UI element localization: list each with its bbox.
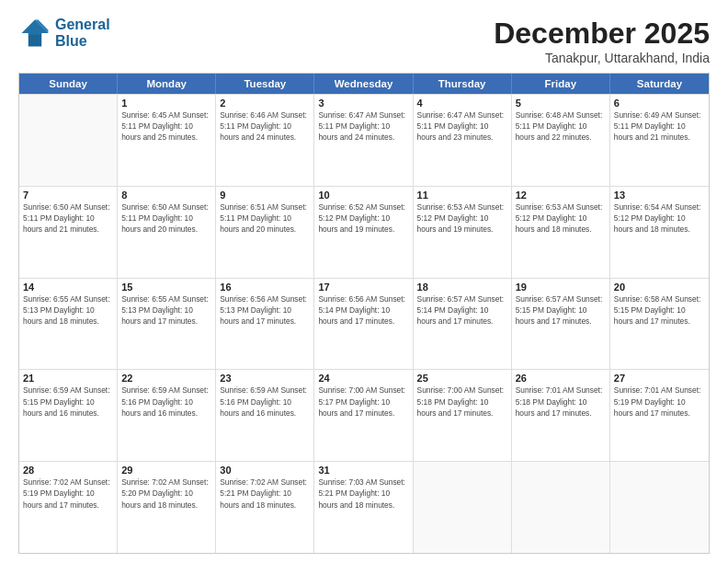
header: General Blue December 2025 Tanakpur, Utt… — [18, 17, 710, 65]
day-number: 11 — [417, 190, 507, 201]
day-number: 22 — [121, 373, 211, 384]
day-detail: Sunrise: 7:00 AM Sunset: 5:17 PM Dayligh… — [318, 385, 408, 419]
day-cell-14: 14Sunrise: 6:55 AM Sunset: 5:13 PM Dayli… — [19, 279, 118, 370]
day-cell-7: 7Sunrise: 6:50 AM Sunset: 5:11 PM Daylig… — [19, 187, 118, 278]
day-number: 9 — [220, 190, 310, 201]
day-cell-30: 30Sunrise: 7:02 AM Sunset: 5:21 PM Dayli… — [216, 462, 314, 553]
day-number: 18 — [417, 282, 507, 293]
day-cell-20: 20Sunrise: 6:58 AM Sunset: 5:15 PM Dayli… — [610, 279, 709, 370]
day-detail: Sunrise: 6:50 AM Sunset: 5:11 PM Dayligh… — [121, 201, 211, 236]
calendar: SundayMondayTuesdayWednesdayThursdayFrid… — [18, 73, 710, 554]
day-cell-12: 12Sunrise: 6:53 AM Sunset: 5:12 PM Dayli… — [512, 187, 610, 278]
logo-icon — [18, 17, 51, 50]
day-cell-21: 21Sunrise: 6:59 AM Sunset: 5:15 PM Dayli… — [19, 370, 118, 461]
day-cell-28: 28Sunrise: 7:02 AM Sunset: 5:19 PM Dayli… — [19, 462, 118, 553]
day-detail: Sunrise: 6:49 AM Sunset: 5:11 PM Dayligh… — [614, 109, 705, 144]
empty-cell — [19, 95, 118, 186]
day-cell-19: 19Sunrise: 6:57 AM Sunset: 5:15 PM Dayli… — [512, 279, 610, 370]
day-detail: Sunrise: 6:53 AM Sunset: 5:12 PM Dayligh… — [516, 201, 606, 236]
day-number: 3 — [318, 98, 408, 109]
empty-cell — [610, 462, 709, 553]
day-detail: Sunrise: 7:01 AM Sunset: 5:19 PM Dayligh… — [614, 385, 705, 419]
empty-cell — [414, 462, 512, 553]
day-cell-18: 18Sunrise: 6:57 AM Sunset: 5:14 PM Dayli… — [414, 279, 512, 370]
day-cell-3: 3Sunrise: 6:47 AM Sunset: 5:11 PM Daylig… — [314, 95, 413, 186]
day-number: 30 — [220, 465, 310, 476]
day-number: 10 — [318, 190, 408, 201]
week-row-3: 14Sunrise: 6:55 AM Sunset: 5:13 PM Dayli… — [19, 278, 709, 370]
day-cell-11: 11Sunrise: 6:53 AM Sunset: 5:12 PM Dayli… — [414, 187, 512, 278]
day-detail: Sunrise: 6:50 AM Sunset: 5:11 PM Dayligh… — [23, 201, 113, 236]
day-detail: Sunrise: 7:02 AM Sunset: 5:21 PM Dayligh… — [220, 477, 310, 511]
day-detail: Sunrise: 6:55 AM Sunset: 5:13 PM Dayligh… — [121, 293, 211, 327]
header-day-thursday: Thursday — [414, 74, 512, 94]
header-day-sunday: Sunday — [19, 74, 118, 94]
day-number: 13 — [614, 190, 705, 201]
title-block: December 2025 Tanakpur, Uttarakhand, Ind… — [494, 17, 710, 65]
day-number: 14 — [23, 282, 113, 293]
day-detail: Sunrise: 6:45 AM Sunset: 5:11 PM Dayligh… — [121, 109, 211, 144]
day-number: 23 — [220, 373, 310, 384]
logo: General Blue — [18, 17, 110, 51]
week-row-5: 28Sunrise: 7:02 AM Sunset: 5:19 PM Dayli… — [19, 461, 709, 553]
day-cell-10: 10Sunrise: 6:52 AM Sunset: 5:12 PM Dayli… — [314, 187, 413, 278]
day-number: 6 — [614, 98, 705, 109]
day-detail: Sunrise: 6:47 AM Sunset: 5:11 PM Dayligh… — [318, 109, 408, 144]
day-detail: Sunrise: 6:56 AM Sunset: 5:13 PM Dayligh… — [220, 293, 310, 327]
day-number: 26 — [516, 373, 606, 384]
day-detail: Sunrise: 7:01 AM Sunset: 5:18 PM Dayligh… — [516, 385, 606, 419]
day-cell-1: 1Sunrise: 6:45 AM Sunset: 5:11 PM Daylig… — [118, 95, 216, 186]
calendar-header-row: SundayMondayTuesdayWednesdayThursdayFrid… — [19, 74, 709, 94]
day-number: 17 — [318, 282, 408, 293]
header-day-wednesday: Wednesday — [314, 74, 413, 94]
day-detail: Sunrise: 6:59 AM Sunset: 5:15 PM Dayligh… — [23, 385, 113, 419]
day-cell-9: 9Sunrise: 6:51 AM Sunset: 5:11 PM Daylig… — [216, 187, 314, 278]
day-number: 28 — [23, 465, 113, 476]
day-number: 8 — [121, 190, 211, 201]
day-number: 21 — [23, 373, 113, 384]
day-detail: Sunrise: 7:00 AM Sunset: 5:18 PM Dayligh… — [417, 385, 507, 419]
day-cell-13: 13Sunrise: 6:54 AM Sunset: 5:12 PM Dayli… — [610, 187, 709, 278]
day-cell-29: 29Sunrise: 7:02 AM Sunset: 5:20 PM Dayli… — [118, 462, 216, 553]
day-number: 19 — [516, 282, 606, 293]
day-number: 25 — [417, 373, 507, 384]
day-detail: Sunrise: 6:46 AM Sunset: 5:11 PM Dayligh… — [220, 109, 310, 144]
header-day-saturday: Saturday — [610, 74, 709, 94]
day-number: 4 — [417, 98, 507, 109]
day-detail: Sunrise: 7:03 AM Sunset: 5:21 PM Dayligh… — [318, 477, 408, 511]
day-cell-15: 15Sunrise: 6:55 AM Sunset: 5:13 PM Dayli… — [118, 279, 216, 370]
day-detail: Sunrise: 7:02 AM Sunset: 5:20 PM Dayligh… — [121, 477, 211, 511]
day-cell-25: 25Sunrise: 7:00 AM Sunset: 5:18 PM Dayli… — [414, 370, 512, 461]
calendar-subtitle: Tanakpur, Uttarakhand, India — [494, 51, 710, 65]
week-row-4: 21Sunrise: 6:59 AM Sunset: 5:15 PM Dayli… — [19, 369, 709, 461]
day-number: 31 — [318, 465, 408, 476]
day-number: 20 — [614, 282, 705, 293]
day-number: 12 — [516, 190, 606, 201]
day-number: 7 — [23, 190, 113, 201]
day-cell-16: 16Sunrise: 6:56 AM Sunset: 5:13 PM Dayli… — [216, 279, 314, 370]
day-number: 15 — [121, 282, 211, 293]
day-detail: Sunrise: 6:58 AM Sunset: 5:15 PM Dayligh… — [614, 293, 705, 327]
day-cell-31: 31Sunrise: 7:03 AM Sunset: 5:21 PM Dayli… — [314, 462, 413, 553]
day-number: 24 — [318, 373, 408, 384]
day-cell-6: 6Sunrise: 6:49 AM Sunset: 5:11 PM Daylig… — [610, 95, 709, 186]
day-number: 16 — [220, 282, 310, 293]
week-row-1: 1Sunrise: 6:45 AM Sunset: 5:11 PM Daylig… — [19, 94, 709, 186]
day-number: 5 — [516, 98, 606, 109]
header-day-friday: Friday — [512, 74, 610, 94]
day-detail: Sunrise: 6:56 AM Sunset: 5:14 PM Dayligh… — [318, 293, 408, 327]
day-detail: Sunrise: 7:02 AM Sunset: 5:19 PM Dayligh… — [23, 477, 113, 511]
header-day-monday: Monday — [118, 74, 216, 94]
day-cell-26: 26Sunrise: 7:01 AM Sunset: 5:18 PM Dayli… — [512, 370, 610, 461]
day-detail: Sunrise: 6:57 AM Sunset: 5:14 PM Dayligh… — [417, 293, 507, 327]
calendar-title: December 2025 — [494, 17, 710, 51]
day-detail: Sunrise: 6:52 AM Sunset: 5:12 PM Dayligh… — [318, 201, 408, 236]
day-detail: Sunrise: 6:48 AM Sunset: 5:11 PM Dayligh… — [516, 109, 606, 144]
day-detail: Sunrise: 6:54 AM Sunset: 5:12 PM Dayligh… — [614, 201, 705, 236]
logo-text: General Blue — [55, 17, 110, 51]
day-detail: Sunrise: 6:59 AM Sunset: 5:16 PM Dayligh… — [121, 385, 211, 419]
day-number: 1 — [121, 98, 211, 109]
day-cell-23: 23Sunrise: 6:59 AM Sunset: 5:16 PM Dayli… — [216, 370, 314, 461]
day-cell-17: 17Sunrise: 6:56 AM Sunset: 5:14 PM Dayli… — [314, 279, 413, 370]
day-cell-8: 8Sunrise: 6:50 AM Sunset: 5:11 PM Daylig… — [118, 187, 216, 278]
